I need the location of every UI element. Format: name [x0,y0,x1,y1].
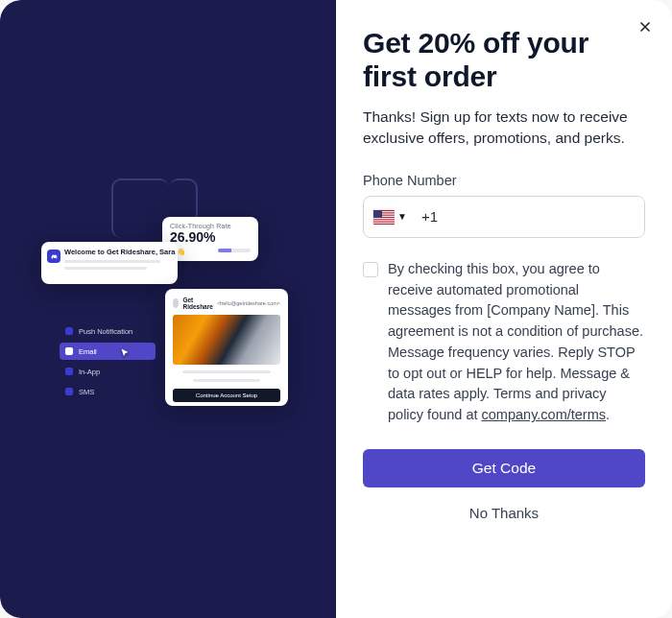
no-thanks-button[interactable]: No Thanks [363,505,645,521]
svg-rect-4 [373,219,395,220]
phone-input-group: ▼ +1 [363,196,645,238]
phone-input[interactable] [438,197,644,237]
chevron-down-icon: ▼ [397,211,407,222]
phone-label: Phone Number [363,173,645,188]
channel-nav: Push Notification Email In-App SMS [60,322,156,400]
ctr-label: Click-Through Rate [170,223,251,229]
email-from-name: Get Rideshare [182,297,212,310]
nav-item-sms: SMS [60,383,156,400]
nav-item-email: Email [60,343,156,360]
chat-icon [65,388,73,395]
avatar-icon [173,298,179,308]
connector-line [111,178,169,238]
nav-label: Email [79,347,97,356]
consent-text: By checking this box, you agree to recei… [388,259,645,426]
welcome-title: Welcome to Get Rideshare, Sara 👋 [64,248,172,256]
nav-label: Push Notification [79,327,132,336]
promo-modal-shell: Click-Through Rate 26.90% Welcome to Get… [0,0,672,618]
bell-icon [65,327,73,335]
svg-rect-5 [373,221,395,222]
email-hero-image [173,315,280,365]
illustration-panel: Click-Through Rate 26.90% Welcome to Get… [0,0,336,618]
text-placeholder-line [193,379,260,382]
nav-item-inapp: In-App [60,363,156,380]
consent-row[interactable]: By checking this box, you agree to recei… [363,259,645,426]
monitor-icon [65,368,73,375]
signup-form-panel: Get 20% off your first order Thanks! Sig… [336,0,672,618]
car-icon [47,250,60,263]
consent-checkbox[interactable] [363,262,378,277]
text-placeholder-line [64,260,160,263]
text-placeholder-line [182,370,271,373]
svg-rect-7 [373,210,382,218]
email-preview-card: Get Rideshare <hello@getrideshare.com> C… [165,289,288,406]
ctr-progress-bar [218,249,251,252]
email-cta-button: Continue Account Setup [173,389,280,402]
modal-heading: Get 20% off your first order [363,27,645,93]
us-flag-icon [372,209,394,224]
country-selector[interactable]: ▼ [364,197,416,237]
nav-label: SMS [79,388,94,396]
email-header: Get Rideshare <hello@getrideshare.com> [173,297,280,310]
close-icon [636,18,654,36]
nav-label: In-App [79,368,100,376]
email-from-address: <hello@getrideshare.com> [217,300,280,306]
country-code: +1 [416,197,438,237]
text-placeholder-line [64,267,147,270]
mail-icon [65,347,73,355]
welcome-notification-card: Welcome to Get Rideshare, Sara 👋 [41,242,178,284]
get-code-button[interactable]: Get Code [363,449,645,487]
svg-rect-6 [373,223,395,224]
consent-prefix: By checking this box, you agree to recei… [388,261,643,422]
nav-item-push: Push Notification [60,322,156,340]
ctr-value: 26.90% [170,229,251,245]
close-button[interactable] [632,13,659,40]
consent-suffix: . [606,407,610,422]
modal-description: Thanks! Sign up for texts now to receive… [363,107,645,150]
terms-link[interactable]: company.com/terms [482,407,606,422]
